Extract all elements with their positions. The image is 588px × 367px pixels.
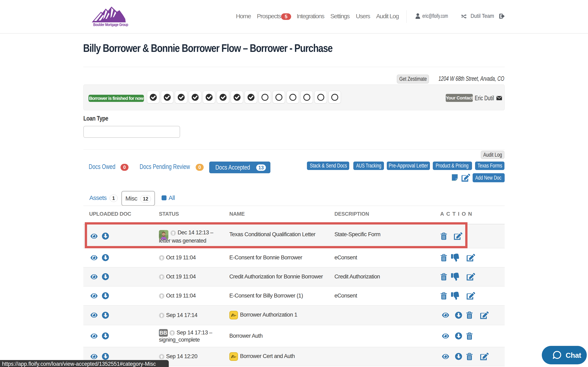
svg-text:Boulder Mortgage Group: Boulder Mortgage Group [93,22,128,27]
